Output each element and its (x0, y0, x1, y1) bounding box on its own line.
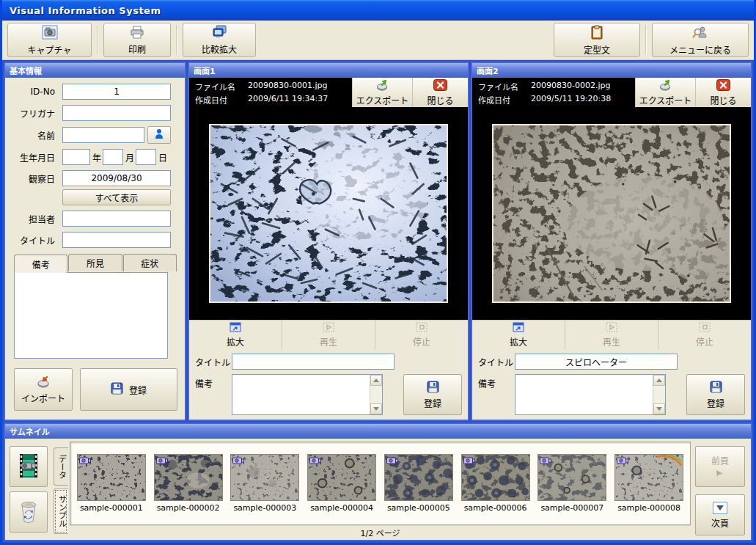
play-icon (606, 322, 617, 334)
screen1-export-button[interactable]: エクスポート (352, 78, 412, 107)
tab-sample[interactable]: サンプル (54, 489, 68, 534)
camera-badge-icon (79, 456, 91, 464)
scroll-down-icon[interactable] (653, 403, 665, 414)
compare-zoom-label: 比較拡大 (202, 43, 237, 55)
screen2-memo-scrollbar[interactable] (653, 375, 665, 414)
zoom-window-icon (230, 322, 241, 334)
thumbnail-navigation: 前頁 次頁 (691, 442, 746, 538)
screen1-header: 画面1 (189, 63, 468, 78)
video-capture-button[interactable] (10, 446, 48, 487)
play-label: 再生 (320, 335, 337, 348)
micro-image-1 (209, 124, 448, 303)
observation-date-label: 観察日 (10, 172, 62, 185)
scroll-down-icon[interactable] (370, 403, 382, 414)
screen2-memo-box (515, 374, 666, 415)
screen2-close-button[interactable]: 閉じる (695, 78, 751, 107)
prev-arrow-icon (715, 469, 725, 480)
screen1-memo-row: 備考 登録 (189, 371, 468, 420)
month-suffix: 月 (125, 151, 134, 164)
thumbnails-body: データ サンプル sample-000001 (5, 439, 751, 540)
thumbnail-item[interactable]: sample-000004 (307, 454, 377, 513)
print-button[interactable]: 印刷 (103, 23, 171, 57)
screen2-title-row: タイトル (472, 349, 751, 371)
screen2-register-button[interactable]: 登録 (686, 374, 745, 415)
thumbnail-item[interactable]: sample-000002 (153, 454, 224, 513)
scroll-up-icon[interactable] (370, 375, 382, 386)
thumbnails-buttons (10, 442, 52, 538)
observation-date-input[interactable] (62, 170, 171, 186)
thumbnail-item[interactable]: sample-000001 (76, 454, 147, 513)
created-date-label: 作成日付 (478, 94, 531, 106)
recycle-bin-button[interactable] (10, 491, 48, 533)
tab-data[interactable]: データ (54, 447, 68, 486)
screen2-memo-row: 備考 登録 (472, 371, 751, 420)
screen2-zoom-button[interactable]: 拡大 (472, 321, 565, 349)
screen1-memo-scrollbar[interactable] (370, 375, 382, 414)
screen2-header: 画面2 (472, 63, 751, 78)
birth-month-input[interactable] (103, 149, 123, 165)
capture-button[interactable]: キャプチャ (7, 23, 92, 57)
show-all-button[interactable]: すべて表示 (62, 189, 171, 205)
compare-monitors-icon (212, 25, 227, 41)
birth-year-input[interactable] (62, 149, 90, 165)
micro-image-2 (492, 124, 731, 303)
record-title-input[interactable] (62, 232, 171, 248)
birth-day-input[interactable] (136, 149, 156, 165)
tab-remarks[interactable]: 備考 (14, 255, 67, 273)
thumbnail-label: sample-000003 (233, 503, 296, 513)
register-label: 登録 (424, 397, 441, 409)
fixed-phrase-button[interactable]: 定型文 (554, 23, 640, 57)
screen1-title-input[interactable] (232, 354, 394, 370)
record-title-label: タイトル (10, 234, 62, 246)
screen1-zoom-button[interactable]: 拡大 (189, 321, 282, 349)
tab-findings[interactable]: 所見 (68, 254, 122, 271)
screen2-memo-textarea[interactable] (515, 375, 653, 414)
next-page-button[interactable]: 次頁 (695, 494, 745, 535)
scroll-up-icon[interactable] (653, 375, 665, 386)
basic-info-memo-textarea[interactable] (14, 272, 168, 359)
export-label: エクスポート (356, 94, 409, 106)
created-date-value: 2009/5/11 19:20:38 (531, 94, 629, 106)
import-label: インポート (21, 392, 65, 404)
screen2-export-button[interactable]: エクスポート (635, 78, 695, 107)
camera-badge-icon (463, 456, 475, 464)
stop-icon (699, 322, 711, 334)
person-lookup-button[interactable] (147, 126, 171, 144)
screen1-close-button[interactable]: 閉じる (412, 78, 468, 107)
thumbnail-item[interactable]: sample-000007 (537, 454, 608, 513)
screen1-panel: 画面1 ファイル名 20090830-0001.jpg 作成日付 2009/6/… (188, 62, 469, 421)
screen2-play-button: 再生 (565, 321, 658, 349)
capture-label: キャプチャ (28, 43, 72, 56)
thumbnail-label: sample-000006 (464, 503, 527, 513)
filmstrip-camera-icon (18, 453, 40, 480)
thumbnail-item[interactable]: sample-000003 (230, 454, 301, 513)
staff-input[interactable] (62, 211, 171, 227)
thumbnail-label: sample-000007 (540, 503, 603, 513)
screen2-title-input[interactable] (515, 354, 678, 370)
birthdate-label: 生年月日 (10, 151, 62, 164)
screen1-register-button[interactable]: 登録 (403, 374, 462, 415)
file-name-label: ファイル名 (195, 81, 248, 92)
export-icon (375, 78, 390, 93)
basic-info-title: 基本情報 (10, 65, 42, 76)
stop-label: 停止 (696, 335, 713, 348)
basic-info-register-button[interactable]: 登録 (80, 368, 177, 411)
basic-info-header: 基本情報 (5, 63, 185, 78)
register-label: 登録 (707, 397, 724, 409)
import-button[interactable]: インポート (14, 368, 73, 411)
compare-zoom-button[interactable]: 比較拡大 (183, 23, 256, 57)
thumbnail-item[interactable]: sample-000008 (614, 454, 684, 513)
back-to-menu-button[interactable]: メニューに戻る (652, 23, 749, 57)
thumbnail-image (461, 454, 530, 501)
thumbnail-item[interactable]: sample-000006 (460, 454, 531, 513)
furigana-input[interactable] (62, 105, 171, 121)
screen1-memo-textarea[interactable] (232, 375, 370, 414)
tab-symptoms[interactable]: 症状 (123, 254, 177, 271)
titlebar: Visual Information System (2, 0, 754, 21)
id-input[interactable] (62, 84, 171, 100)
thumbnail-item[interactable]: sample-000005 (383, 454, 454, 513)
thumbnail-image (230, 454, 299, 501)
person-icon (154, 128, 164, 142)
back-to-menu-label: メニューに戻る (669, 43, 731, 56)
name-input[interactable] (62, 127, 144, 143)
